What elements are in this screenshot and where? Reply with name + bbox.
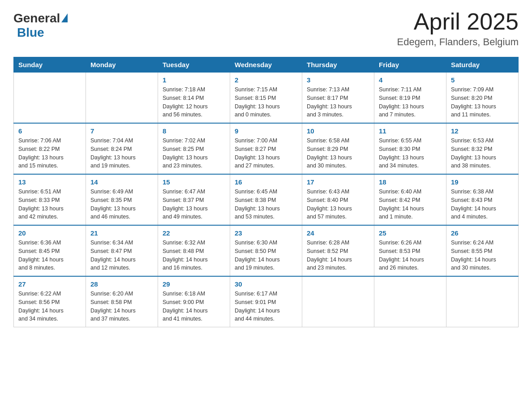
calendar-cell: 22Sunrise: 6:32 AM Sunset: 8:48 PM Dayli…: [158, 225, 230, 276]
title-block: April 2025 Edegem, Flanders, Belgium: [397, 9, 519, 48]
day-number: 21: [90, 229, 153, 237]
calendar-week-row: 6Sunrise: 7:06 AM Sunset: 8:22 PM Daylig…: [14, 123, 519, 174]
weekday-header-saturday: Saturday: [446, 57, 519, 73]
day-info: Sunrise: 6:53 AM Sunset: 8:32 PM Dayligh…: [451, 137, 514, 170]
day-info: Sunrise: 6:17 AM Sunset: 9:01 PM Dayligh…: [235, 290, 297, 323]
day-info: Sunrise: 7:06 AM Sunset: 8:22 PM Dayligh…: [18, 137, 81, 170]
day-number: 15: [163, 178, 225, 186]
calendar-cell: 14Sunrise: 6:49 AM Sunset: 8:35 PM Dayli…: [86, 174, 158, 225]
day-number: 17: [307, 178, 369, 186]
logo-triangle-icon: [61, 13, 68, 22]
page-header: General Blue April 2025 Edegem, Flanders…: [13, 9, 519, 48]
day-info: Sunrise: 7:11 AM Sunset: 8:19 PM Dayligh…: [379, 86, 442, 119]
day-info: Sunrise: 7:04 AM Sunset: 8:24 PM Dayligh…: [90, 137, 153, 170]
day-info: Sunrise: 6:30 AM Sunset: 8:50 PM Dayligh…: [235, 239, 297, 272]
calendar-header-row: SundayMondayTuesdayWednesdayThursdayFrid…: [14, 57, 519, 73]
calendar-cell: 23Sunrise: 6:30 AM Sunset: 8:50 PM Dayli…: [230, 225, 302, 276]
calendar-cell: [302, 276, 374, 327]
calendar-cell: 12Sunrise: 6:53 AM Sunset: 8:32 PM Dayli…: [446, 123, 519, 174]
calendar-cell: 18Sunrise: 6:40 AM Sunset: 8:42 PM Dayli…: [374, 174, 446, 225]
day-info: Sunrise: 6:26 AM Sunset: 8:53 PM Dayligh…: [379, 239, 442, 272]
weekday-header-thursday: Thursday: [302, 57, 374, 73]
day-info: Sunrise: 6:49 AM Sunset: 8:35 PM Dayligh…: [90, 188, 153, 221]
day-info: Sunrise: 6:51 AM Sunset: 8:33 PM Dayligh…: [18, 188, 81, 221]
day-number: 29: [163, 280, 225, 288]
day-info: Sunrise: 6:24 AM Sunset: 8:55 PM Dayligh…: [451, 239, 514, 272]
weekday-header-tuesday: Tuesday: [158, 57, 230, 73]
day-number: 6: [18, 127, 81, 135]
day-number: 1: [163, 76, 225, 84]
calendar-table: SundayMondayTuesdayWednesdayThursdayFrid…: [13, 57, 519, 327]
day-number: 30: [235, 280, 297, 288]
weekday-header-monday: Monday: [86, 57, 158, 73]
day-info: Sunrise: 6:58 AM Sunset: 8:29 PM Dayligh…: [307, 137, 369, 170]
day-number: 24: [307, 229, 369, 237]
day-number: 9: [235, 127, 297, 135]
day-number: 10: [307, 127, 369, 135]
day-number: 3: [307, 76, 369, 84]
calendar-cell: [374, 276, 446, 327]
day-number: 23: [235, 229, 297, 237]
day-info: Sunrise: 6:18 AM Sunset: 9:00 PM Dayligh…: [163, 290, 225, 323]
location-subtitle: Edegem, Flanders, Belgium: [397, 36, 519, 48]
day-number: 22: [163, 229, 225, 237]
month-year-title: April 2025: [397, 9, 519, 34]
calendar-cell: 11Sunrise: 6:55 AM Sunset: 8:30 PM Dayli…: [374, 123, 446, 174]
day-info: Sunrise: 6:47 AM Sunset: 8:37 PM Dayligh…: [163, 188, 225, 221]
calendar-cell: 13Sunrise: 6:51 AM Sunset: 8:33 PM Dayli…: [14, 174, 86, 225]
day-info: Sunrise: 6:38 AM Sunset: 8:43 PM Dayligh…: [451, 188, 514, 221]
day-info: Sunrise: 6:45 AM Sunset: 8:38 PM Dayligh…: [235, 188, 297, 221]
calendar-week-row: 27Sunrise: 6:22 AM Sunset: 8:56 PM Dayli…: [14, 276, 519, 327]
day-info: Sunrise: 6:55 AM Sunset: 8:30 PM Dayligh…: [379, 137, 442, 170]
calendar-cell: 9Sunrise: 7:00 AM Sunset: 8:27 PM Daylig…: [230, 123, 302, 174]
logo-blue-text: Blue: [17, 26, 44, 40]
calendar-cell: 4Sunrise: 7:11 AM Sunset: 8:19 PM Daylig…: [374, 73, 446, 124]
calendar-week-row: 1Sunrise: 7:18 AM Sunset: 8:14 PM Daylig…: [14, 73, 519, 124]
day-number: 13: [18, 178, 81, 186]
calendar-cell: 30Sunrise: 6:17 AM Sunset: 9:01 PM Dayli…: [230, 276, 302, 327]
day-number: 16: [235, 178, 297, 186]
calendar-week-row: 13Sunrise: 6:51 AM Sunset: 8:33 PM Dayli…: [14, 174, 519, 225]
calendar-cell: 7Sunrise: 7:04 AM Sunset: 8:24 PM Daylig…: [86, 123, 158, 174]
day-number: 25: [379, 229, 442, 237]
calendar-cell: 16Sunrise: 6:45 AM Sunset: 8:38 PM Dayli…: [230, 174, 302, 225]
day-info: Sunrise: 7:13 AM Sunset: 8:17 PM Dayligh…: [307, 86, 369, 119]
day-info: Sunrise: 7:18 AM Sunset: 8:14 PM Dayligh…: [163, 86, 225, 119]
day-info: Sunrise: 7:02 AM Sunset: 8:25 PM Dayligh…: [163, 137, 225, 170]
calendar-cell: 2Sunrise: 7:15 AM Sunset: 8:15 PM Daylig…: [230, 73, 302, 124]
calendar-cell: 3Sunrise: 7:13 AM Sunset: 8:17 PM Daylig…: [302, 73, 374, 124]
day-number: 2: [235, 76, 297, 84]
calendar-cell: 26Sunrise: 6:24 AM Sunset: 8:55 PM Dayli…: [446, 225, 519, 276]
day-number: 12: [451, 127, 514, 135]
day-number: 7: [90, 127, 153, 135]
day-info: Sunrise: 6:40 AM Sunset: 8:42 PM Dayligh…: [379, 188, 442, 221]
calendar-cell: 19Sunrise: 6:38 AM Sunset: 8:43 PM Dayli…: [446, 174, 519, 225]
calendar-cell: 29Sunrise: 6:18 AM Sunset: 9:00 PM Dayli…: [158, 276, 230, 327]
day-number: 14: [90, 178, 153, 186]
calendar-cell: 8Sunrise: 7:02 AM Sunset: 8:25 PM Daylig…: [158, 123, 230, 174]
calendar-cell: 21Sunrise: 6:34 AM Sunset: 8:47 PM Dayli…: [86, 225, 158, 276]
day-number: 11: [379, 127, 442, 135]
calendar-cell: 17Sunrise: 6:43 AM Sunset: 8:40 PM Dayli…: [302, 174, 374, 225]
day-info: Sunrise: 6:20 AM Sunset: 8:58 PM Dayligh…: [90, 290, 153, 323]
logo-general-text: General: [13, 11, 60, 26]
day-info: Sunrise: 6:36 AM Sunset: 8:45 PM Dayligh…: [18, 239, 81, 272]
day-info: Sunrise: 7:15 AM Sunset: 8:15 PM Dayligh…: [235, 86, 297, 119]
day-info: Sunrise: 7:09 AM Sunset: 8:20 PM Dayligh…: [451, 86, 514, 119]
calendar-cell: [446, 276, 519, 327]
calendar-week-row: 20Sunrise: 6:36 AM Sunset: 8:45 PM Dayli…: [14, 225, 519, 276]
calendar-cell: 15Sunrise: 6:47 AM Sunset: 8:37 PM Dayli…: [158, 174, 230, 225]
day-info: Sunrise: 6:22 AM Sunset: 8:56 PM Dayligh…: [18, 290, 81, 323]
day-info: Sunrise: 7:00 AM Sunset: 8:27 PM Dayligh…: [235, 137, 297, 170]
calendar-cell: 27Sunrise: 6:22 AM Sunset: 8:56 PM Dayli…: [14, 276, 86, 327]
day-info: Sunrise: 6:34 AM Sunset: 8:47 PM Dayligh…: [90, 239, 153, 272]
calendar-cell: 1Sunrise: 7:18 AM Sunset: 8:14 PM Daylig…: [158, 73, 230, 124]
calendar-cell: 25Sunrise: 6:26 AM Sunset: 8:53 PM Dayli…: [374, 225, 446, 276]
calendar-cell: 10Sunrise: 6:58 AM Sunset: 8:29 PM Dayli…: [302, 123, 374, 174]
calendar-cell: 24Sunrise: 6:28 AM Sunset: 8:52 PM Dayli…: [302, 225, 374, 276]
day-number: 26: [451, 229, 514, 237]
day-number: 5: [451, 76, 514, 84]
logo: General Blue: [13, 9, 68, 40]
day-number: 4: [379, 76, 442, 84]
day-info: Sunrise: 6:28 AM Sunset: 8:52 PM Dayligh…: [307, 239, 369, 272]
